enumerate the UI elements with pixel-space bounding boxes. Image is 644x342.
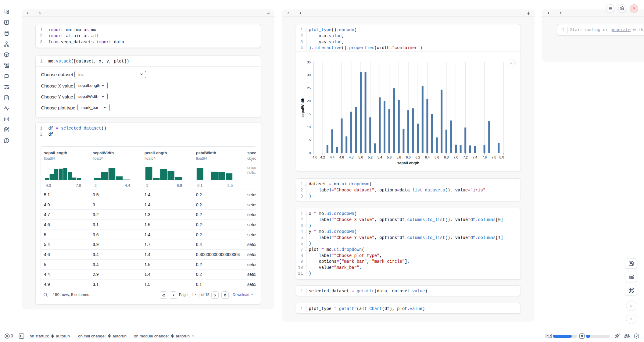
svg-text:6.6: 6.6: [435, 155, 439, 159]
svg-text:20: 20: [307, 99, 311, 103]
svg-text:35: 35: [307, 60, 311, 64]
svg-text:7.6: 7.6: [482, 155, 487, 159]
svg-text:5.0: 5.0: [358, 155, 363, 159]
svg-text:5.4: 5.4: [377, 155, 382, 159]
svg-text:6.8: 6.8: [444, 155, 449, 159]
svg-text:7.2: 7.2: [463, 155, 468, 159]
svg-text:7.8: 7.8: [492, 155, 496, 159]
svg-text:5.8: 5.8: [396, 155, 401, 159]
svg-text:4.0: 4.0: [313, 155, 317, 159]
svg-text:4.6: 4.6: [339, 155, 344, 159]
svg-text:5.2: 5.2: [368, 155, 373, 159]
svg-text:6.4: 6.4: [425, 155, 430, 159]
svg-text:0: 0: [309, 151, 311, 155]
svg-text:7.4: 7.4: [473, 155, 477, 159]
svg-text:6.0: 6.0: [406, 155, 410, 159]
svg-text:15: 15: [307, 112, 311, 116]
svg-text:4.4: 4.4: [330, 155, 335, 159]
svg-text:4.2: 4.2: [320, 155, 325, 159]
svg-text:sepalLength: sepalLength: [397, 161, 419, 165]
svg-text:5.6: 5.6: [387, 155, 392, 159]
svg-text:4.8: 4.8: [349, 155, 353, 159]
svg-text:7.0: 7.0: [453, 155, 458, 159]
svg-text:25: 25: [307, 86, 311, 90]
svg-text:5: 5: [309, 138, 311, 142]
svg-text:sepalWidth: sepalWidth: [301, 98, 305, 117]
svg-text:6.2: 6.2: [416, 155, 420, 159]
svg-text:30: 30: [307, 73, 311, 77]
svg-text:8.0: 8.0: [499, 155, 504, 159]
svg-text:10: 10: [307, 125, 311, 129]
